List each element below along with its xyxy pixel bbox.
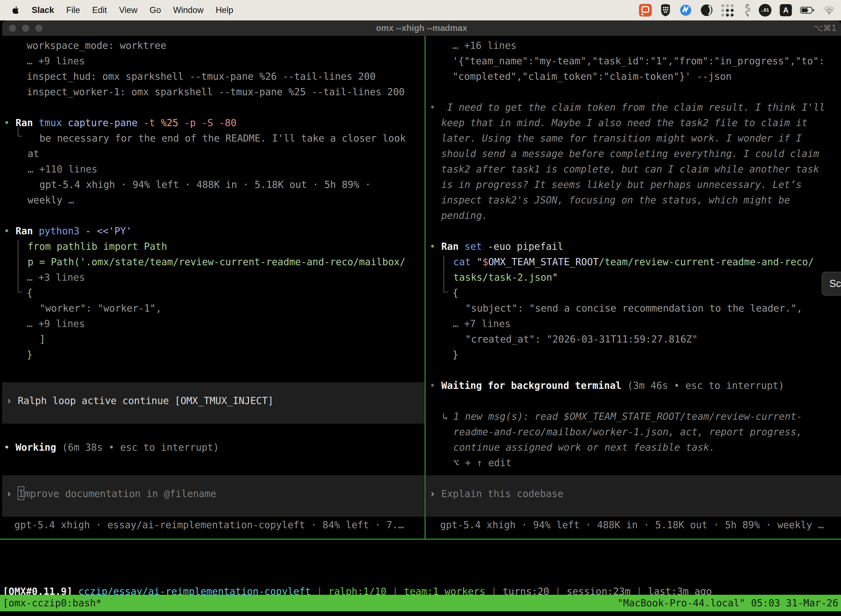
bullet-icon: • [4, 226, 10, 236]
code-line: p = Path('.omx/state/team/review-current… [28, 254, 406, 270]
squiggle-icon[interactable] [742, 4, 750, 17]
bullet-icon: • [429, 241, 435, 252]
macos-menu-bar: Slack File Edit View Go Window Help ..61… [0, 0, 841, 21]
output-line: workspace_mode: worktree [27, 38, 166, 53]
menu-item-help[interactable]: Help [216, 5, 233, 15]
menu-item-go[interactable]: Go [149, 5, 161, 15]
output-rail [18, 240, 22, 293]
thinking-line: should send a message before completing … [441, 146, 819, 161]
output-line: ] [40, 331, 45, 347]
mailbox-message-line: continue assigned work or next feasible … [453, 440, 715, 455]
bullet-icon: • [429, 380, 435, 391]
pane-right-worker: … +16 lines '{"team_name":"my-team","tas… [426, 36, 841, 539]
terminal: workspace_mode: worktree … +9 lines insp… [0, 36, 841, 616]
pane-divider[interactable] [425, 36, 425, 539]
prompt-input-left[interactable]: › Improve documentation in @filename [2, 475, 424, 517]
edit-shortcut-hint: ⌥ + ↑ edit [453, 455, 511, 471]
input-source-a-icon[interactable]: A [780, 4, 792, 16]
tmux-host-clock: "MacBook-Pro-44.local" 05:03 31-Mar-26 [617, 595, 841, 611]
mailbox-message-line: 1 new msg(s): read $OMX_TEAM_STATE_ROOT/… [453, 409, 802, 424]
mailbox-arrow-icon: ↳ [442, 409, 448, 424]
thinking-bullet-line: • I need to get the claim token from the… [429, 100, 825, 115]
thinking-line: task2 after task1 is complete, but can I… [441, 161, 819, 177]
collapsed-lines: … +7 lines [453, 316, 511, 331]
messages-icon[interactable] [639, 4, 652, 16]
collapsed-lines: … +110 lines [28, 161, 97, 177]
disk-icon[interactable] [700, 4, 713, 16]
thinking-line: keep that in mind. Maybe I also need the… [441, 115, 807, 131]
pane-bottom-border [0, 539, 841, 540]
bullet-icon: • [4, 117, 10, 128]
thinking-line: inspect task2's JSON, focusing on the st… [441, 192, 790, 208]
menu-item-app[interactable]: Slack [32, 5, 54, 15]
menu-item-view[interactable]: View [119, 5, 138, 15]
collapsed-lines: … +9 lines [27, 316, 85, 331]
input-placeholder: › Explain this codebase [429, 486, 563, 502]
mailbox-message-line: readme-and-reco/mailbox/worker-1.json, a… [453, 424, 802, 440]
command-line-set: • Ran set -euo pipefail [429, 239, 563, 254]
menu-item-file[interactable]: File [66, 5, 80, 15]
output-line: "worker": "worker-1", [40, 301, 162, 316]
menu-item-edit[interactable]: Edit [92, 5, 107, 15]
window-title: omx --xhigh --madmax [2, 21, 841, 36]
chevron-prompt-icon: › [6, 395, 12, 406]
pane-left-hud: workspace_mode: worktree … +9 lines insp… [0, 36, 424, 539]
window-title-bar: omx --xhigh --madmax ⌥⌘1 [2, 21, 841, 36]
working-status: • Working (6m 38s • esc to interrupt) [4, 440, 219, 455]
wifi-icon[interactable] [823, 6, 835, 15]
output-corner [18, 127, 22, 136]
collapsed-lines: … +3 lines [27, 270, 85, 285]
input-placeholder: › Improve documentation in @filename [6, 486, 216, 502]
output-line: gpt-5.4 xhigh · 94% left · 488K in · 5.1… [40, 177, 371, 192]
ralph-status-band: › Ralph loop active continue [OMX_TMUX_I… [2, 382, 424, 424]
collapsed-lines: … +9 lines [27, 53, 85, 69]
output-line: "subject": "send a concise recommendatio… [465, 301, 802, 316]
output-line: inspect_worker-1: omx sparkshell --tmux-… [27, 84, 405, 100]
code-line: tasks/task-2.json" [453, 270, 558, 285]
output-line: weekly … [28, 192, 74, 208]
output-line: "created_at": "2026-03-31T11:59:27.816Z" [465, 331, 698, 347]
output-line: { [453, 285, 458, 301]
bullet-icon: • [4, 442, 10, 453]
bullet-icon: • [429, 102, 435, 113]
chevron-prompt-icon: › [6, 488, 12, 499]
output-line: '{"team_name":"my-team","task_id":"1","f… [453, 53, 825, 69]
collapsed-lines: … +16 lines [453, 38, 517, 53]
dots-grid-icon[interactable] [721, 4, 734, 16]
badge-61-icon[interactable]: ..61 [759, 4, 771, 16]
command-line-tmux: • Ran tmux capture-pane -t %25 -p -S -80 [4, 115, 236, 131]
tmux-status-bar: [omx-cczip0:bash* "MacBook-Pro-44.local"… [0, 595, 841, 611]
menu-item-window[interactable]: Window [173, 5, 203, 15]
chevron-prompt-icon: › [429, 488, 435, 499]
shield-grid-icon[interactable] [660, 4, 671, 17]
waiting-status: • Waiting for background terminal (3m 46… [429, 378, 784, 393]
session-status-right: gpt-5.4 xhigh · 94% left · 488K in · 5.1… [440, 517, 824, 532]
apple-logo-icon[interactable] [12, 6, 20, 15]
output-line: } [453, 347, 458, 362]
text-cursor: I [18, 486, 24, 500]
output-rail [443, 255, 448, 293]
sync-badge-icon[interactable] [679, 4, 692, 16]
output-line: at [28, 146, 39, 161]
output-line: be necessary for the end of the README. … [40, 131, 406, 146]
thinking-line: later. Using the same for transition mig… [441, 131, 801, 146]
tmux-session-name[interactable]: [omx-cczip0:bash* [0, 595, 101, 611]
thinking-line: pending. [441, 208, 488, 223]
command-line-python: • Ran python3 - <<'PY' [4, 223, 132, 239]
thinking-line: is in progress? It seems likely but perh… [441, 177, 801, 192]
battery-icon[interactable] [800, 6, 815, 14]
session-status-left: gpt-5.4 xhigh · essay/ai-reimplementatio… [14, 517, 404, 532]
screen-tooltip: Scre [822, 272, 841, 296]
output-line: inspect_hud: omx sparkshell --tmux-pane … [27, 69, 375, 84]
window-shortcut: ⌥⌘1 [813, 21, 837, 36]
output-line: "completed","claim_token":"claim-token"}… [453, 69, 731, 84]
output-line: } [27, 347, 32, 362]
ralph-loop-status: › Ralph loop active continue [OMX_TMUX_I… [6, 393, 273, 408]
code-line: cat "$OMX_TEAM_STATE_ROOT/team/review-cu… [453, 254, 814, 270]
output-line: { [27, 285, 32, 301]
code-line: from pathlib import Path [28, 239, 167, 254]
prompt-input-right[interactable]: › Explain this codebase [426, 475, 841, 517]
